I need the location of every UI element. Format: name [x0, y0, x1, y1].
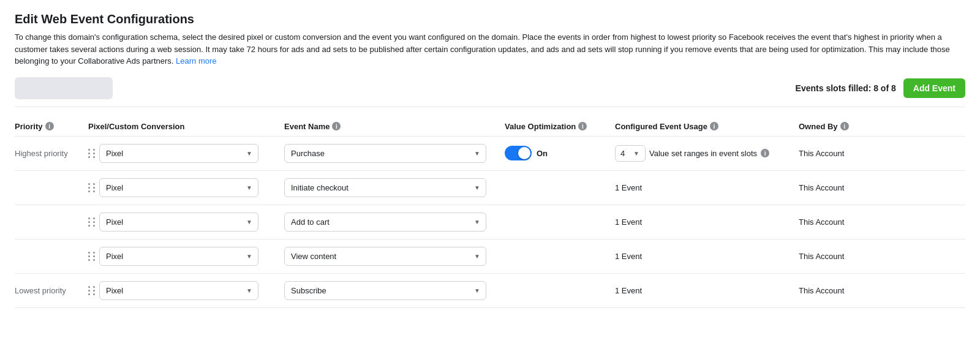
- configured-event-cell: 1 Event: [615, 183, 799, 192]
- event-name-info-icon[interactable]: i: [332, 122, 341, 130]
- owned-by-cell: This Account: [799, 217, 897, 227]
- col-owned-by: Owned By i: [799, 122, 897, 131]
- event-name-select[interactable]: View content: [284, 247, 486, 266]
- pixel-select[interactable]: Pixel: [99, 281, 258, 300]
- pixel-select[interactable]: Pixel: [99, 213, 258, 232]
- table-row: Pixel▼View content▼1 EventThis Account: [15, 239, 965, 274]
- table-row: Lowest priority Pixel▼Subscribe▼1 EventT…: [15, 274, 965, 308]
- drag-handle[interactable]: [88, 252, 96, 261]
- vo-number-select[interactable]: 4: [615, 145, 646, 162]
- event-count: 1 Event: [615, 183, 642, 192]
- configured-event-text: Value set ranges in event slots: [649, 149, 757, 158]
- col-priority: Priority i: [15, 122, 88, 131]
- owned-by-cell: This Account: [799, 286, 897, 295]
- page-description: To change this domain's configuration sc…: [15, 31, 958, 67]
- table-row: Highest priority Pixel▼Purchase▼On4▼Valu…: [15, 137, 965, 171]
- event-count: 1 Event: [615, 217, 642, 227]
- priority-label: Highest priority: [15, 149, 88, 158]
- pixel-select[interactable]: Pixel: [99, 144, 258, 163]
- configured-text-info-icon[interactable]: i: [761, 149, 769, 157]
- table-header: Priority i Pixel/Custom Conversion Event…: [15, 117, 965, 137]
- event-name-select[interactable]: Purchase: [284, 144, 486, 163]
- pixel-dropdown-cell: Pixel▼: [88, 281, 284, 300]
- pixel-dropdown-cell: Pixel▼: [88, 247, 284, 266]
- owned-by-cell: This Account: [799, 252, 897, 261]
- configured-event-cell: 1 Event: [615, 217, 799, 227]
- event-name-select[interactable]: Subscribe: [284, 281, 486, 300]
- col-configured-event-usage: Configured Event Usage i: [615, 122, 799, 131]
- event-name-cell: Initiate checkout▼: [284, 178, 505, 197]
- page-title: Edit Web Event Configurations: [15, 12, 965, 26]
- drag-handle[interactable]: [88, 149, 96, 158]
- learn-more-link[interactable]: Learn more: [176, 56, 216, 66]
- drag-handle[interactable]: [88, 217, 96, 227]
- priority-info-icon[interactable]: i: [45, 122, 54, 130]
- pixel-dropdown-cell: Pixel▼: [88, 144, 284, 163]
- slots-info: Events slots filled: 8 of 8 Add Event: [796, 78, 965, 98]
- drag-handle[interactable]: [88, 286, 96, 295]
- col-event-name: Event Name i: [284, 122, 505, 131]
- pixel-select[interactable]: Pixel: [99, 247, 258, 266]
- configured-event-cell: 1 Event: [615, 286, 799, 295]
- configured-event-cell: 4▼Value set ranges in event slotsi: [615, 145, 799, 162]
- pixel-dropdown-cell: Pixel▼: [88, 178, 284, 197]
- col-value-optimization: Value Optimization i: [505, 122, 615, 131]
- event-name-cell: Add to cart▼: [284, 213, 505, 232]
- event-name-select[interactable]: Initiate checkout: [284, 178, 486, 197]
- configured-event-info-icon[interactable]: i: [710, 122, 718, 130]
- owned-by-cell: This Account: [799, 183, 897, 192]
- event-count: 1 Event: [615, 286, 642, 295]
- table-body: Highest priority Pixel▼Purchase▼On4▼Valu…: [15, 137, 965, 308]
- pixel-select[interactable]: Pixel: [99, 178, 258, 197]
- priority-label: Lowest priority: [15, 286, 88, 295]
- toggle-switch[interactable]: [505, 146, 532, 160]
- event-name-cell: Subscribe▼: [284, 281, 505, 300]
- table-row: Pixel▼Initiate checkout▼1 EventThis Acco…: [15, 171, 965, 205]
- pixel-dropdown-cell: Pixel▼: [88, 213, 284, 232]
- event-name-select[interactable]: Add to cart: [284, 213, 486, 232]
- slots-filled-text: Events slots filled: 8 of 8: [796, 83, 896, 93]
- configured-event-cell: 1 Event: [615, 252, 799, 261]
- owned-by-info-icon[interactable]: i: [840, 122, 849, 130]
- table-row: Pixel▼Add to cart▼1 EventThis Account: [15, 205, 965, 239]
- value-opt-info-icon[interactable]: i: [578, 122, 587, 130]
- event-name-cell: Purchase▼: [284, 144, 505, 163]
- drag-handle[interactable]: [88, 183, 96, 192]
- toggle-label-text: On: [537, 149, 548, 158]
- owned-by-cell: This Account: [799, 149, 897, 158]
- value-optimization-cell: On: [505, 146, 615, 160]
- event-name-cell: View content▼: [284, 247, 505, 266]
- add-event-button[interactable]: Add Event: [903, 78, 965, 98]
- top-bar: Events slots filled: 8 of 8 Add Event: [15, 77, 965, 107]
- col-pixel: Pixel/Custom Conversion: [88, 122, 284, 131]
- event-count: 1 Event: [615, 252, 642, 261]
- domain-selector-placeholder: [15, 77, 113, 99]
